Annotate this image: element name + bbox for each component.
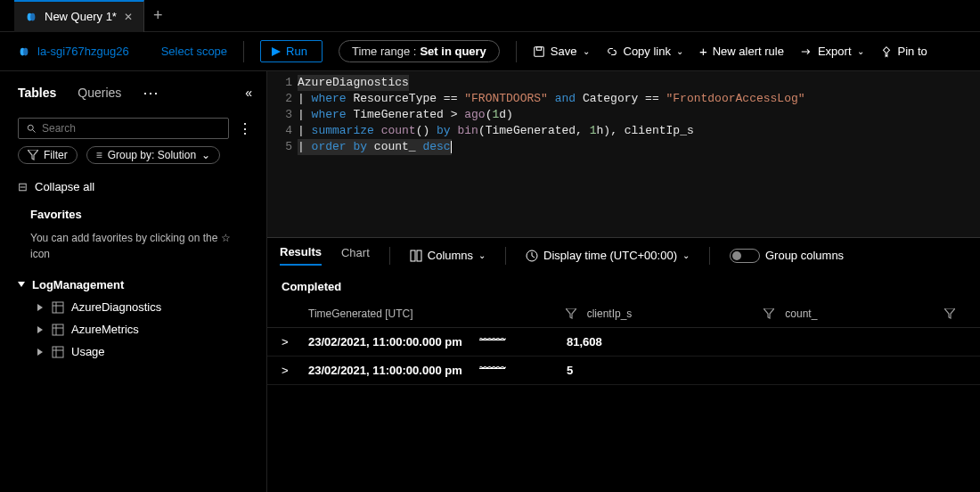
col-count[interactable]: count_ — [785, 308, 856, 320]
new-alert-button[interactable]: + New alert rule — [699, 44, 784, 59]
chevron-down-icon: ⌄ — [583, 46, 590, 56]
text-cursor — [451, 141, 452, 153]
copy-link-button[interactable]: Copy link ⌄ — [606, 45, 683, 58]
filter-chip[interactable]: Filter — [18, 146, 78, 164]
query-editor[interactable]: 1 2 3 4 5 AzureDiagnostics | where Resou… — [267, 71, 980, 237]
close-icon[interactable]: ✕ — [124, 11, 133, 23]
chevron-down-icon: ⌄ — [682, 250, 690, 260]
group-columns-toggle[interactable]: Group columns — [730, 249, 844, 263]
svg-marker-4 — [272, 47, 281, 56]
svg-point-3 — [23, 47, 28, 55]
table-row[interactable]: > 23/02/2021, 11:00:00.000 pm 81,608 — [267, 328, 980, 357]
search-icon — [26, 123, 37, 134]
more-icon[interactable]: ⋯ — [143, 83, 160, 102]
toolbar: la-sgi767hzgug26 Select scope Run Time r… — [0, 32, 980, 71]
svg-marker-19 — [37, 348, 43, 356]
svg-marker-9 — [28, 150, 38, 160]
tab-queries[interactable]: Queries — [78, 86, 121, 100]
svg-marker-26 — [566, 308, 576, 318]
svg-rect-6 — [536, 46, 541, 50]
tree-leaf-azuremetrics[interactable]: AzureMetrics — [37, 323, 252, 336]
svg-rect-16 — [53, 324, 63, 335]
table-row[interactable]: > 23/02/2021, 11:00:00.000 pm 5 — [267, 357, 980, 385]
expand-icon[interactable]: > — [282, 335, 308, 348]
kebab-icon[interactable]: ⋮ — [238, 120, 252, 137]
search-input[interactable] — [18, 118, 229, 139]
tab-chart[interactable]: Chart — [341, 246, 370, 265]
filter-icon[interactable] — [566, 308, 576, 319]
collapse-all-button[interactable]: ⊟ Collapse all — [18, 180, 252, 193]
redacted-value — [478, 335, 540, 346]
workspace-icon — [18, 45, 30, 58]
svg-rect-20 — [53, 347, 63, 357]
pin-icon — [880, 45, 893, 58]
link-icon — [606, 45, 618, 58]
select-scope-link[interactable]: Select scope — [161, 45, 227, 58]
groupby-chip[interactable]: ≡ Group by: Solution ⌄ — [86, 146, 220, 164]
workspace-name[interactable]: la-sgi767hzgug26 — [18, 45, 129, 58]
results-toolbar: Results Chart Columns ⌄ Display time (UT… — [267, 237, 980, 273]
table-icon — [52, 346, 64, 358]
col-clientip[interactable]: clientIp_s — [587, 308, 676, 320]
tree-leaf-usage[interactable]: Usage — [37, 345, 252, 358]
schema-tree: ⊟ Collapse all Favorites You can add fav… — [18, 180, 252, 358]
table-icon — [52, 301, 64, 314]
svg-rect-12 — [53, 302, 63, 313]
columns-button[interactable]: Columns ⌄ — [410, 249, 486, 262]
clock-icon — [526, 250, 538, 262]
line-gutter: 1 2 3 4 5 — [267, 75, 298, 237]
search-field[interactable] — [42, 122, 221, 135]
tree-group-logmanagement[interactable]: LogManagement — [18, 278, 252, 291]
svg-rect-23 — [411, 250, 415, 261]
grid-header: TimeGenerated [UTC] clientIp_s count_ — [267, 300, 980, 328]
chevron-down-icon: ⌄ — [478, 250, 486, 260]
expand-icon[interactable]: > — [282, 364, 308, 377]
toggle-switch[interactable] — [730, 249, 760, 263]
caret-right-icon — [37, 326, 45, 333]
collapse-panel-icon[interactable]: « — [245, 86, 252, 100]
tab-results[interactable]: Results — [280, 245, 322, 266]
svg-rect-24 — [417, 250, 421, 261]
new-tab-button[interactable]: + — [153, 6, 163, 25]
results-grid: TimeGenerated [UTC] clientIp_s count_ > … — [267, 300, 980, 385]
filter-icon — [28, 150, 38, 160]
svg-rect-5 — [535, 46, 544, 56]
tree-leaf-azurediagnostics[interactable]: AzureDiagnostics — [37, 300, 252, 314]
redacted-value — [478, 364, 540, 374]
filter-icon[interactable] — [764, 308, 774, 319]
code-area[interactable]: AzureDiagnostics | where ResourceType ==… — [298, 75, 980, 237]
collapse-icon: ⊟ — [18, 180, 28, 193]
display-time-button[interactable]: Display time (UTC+00:00) ⌄ — [526, 249, 690, 262]
svg-marker-28 — [944, 308, 955, 318]
table-icon — [52, 324, 64, 336]
svg-point-1 — [30, 12, 35, 20]
columns-icon — [410, 250, 422, 262]
svg-marker-27 — [764, 308, 774, 318]
list-icon: ≡ — [96, 149, 102, 161]
svg-line-8 — [33, 130, 36, 133]
svg-marker-11 — [37, 304, 43, 311]
query-status: Completed — [267, 273, 980, 300]
export-button[interactable]: Export ⌄ — [800, 45, 864, 58]
filter-icon[interactable] — [944, 308, 955, 319]
chevron-down-icon: ⌄ — [857, 46, 864, 56]
save-button[interactable]: Save ⌄ — [533, 45, 590, 58]
chevron-down-icon: ⌄ — [676, 46, 683, 56]
col-timegenerated[interactable]: TimeGenerated [UTC] — [308, 308, 478, 320]
svg-marker-15 — [37, 326, 43, 333]
run-button[interactable]: Run — [260, 40, 323, 62]
caret-right-icon — [37, 348, 45, 356]
export-icon — [800, 45, 813, 58]
tab-strip: New Query 1* ✕ + — [0, 0, 980, 32]
play-icon — [272, 47, 281, 56]
time-range-pill[interactable]: Time range : Set in query — [339, 40, 500, 62]
svg-point-7 — [28, 125, 33, 130]
pin-button[interactable]: Pin to — [880, 45, 927, 58]
plus-icon: + — [699, 44, 707, 59]
favorites-description: You can add favorites by clicking on the… — [30, 230, 252, 262]
chevron-down-icon: ⌄ — [201, 149, 210, 161]
favorites-heading: Favorites — [30, 208, 252, 221]
tab-tables[interactable]: Tables — [18, 86, 56, 100]
query-icon — [25, 11, 37, 23]
query-tab[interactable]: New Query 1* ✕ — [14, 0, 144, 32]
